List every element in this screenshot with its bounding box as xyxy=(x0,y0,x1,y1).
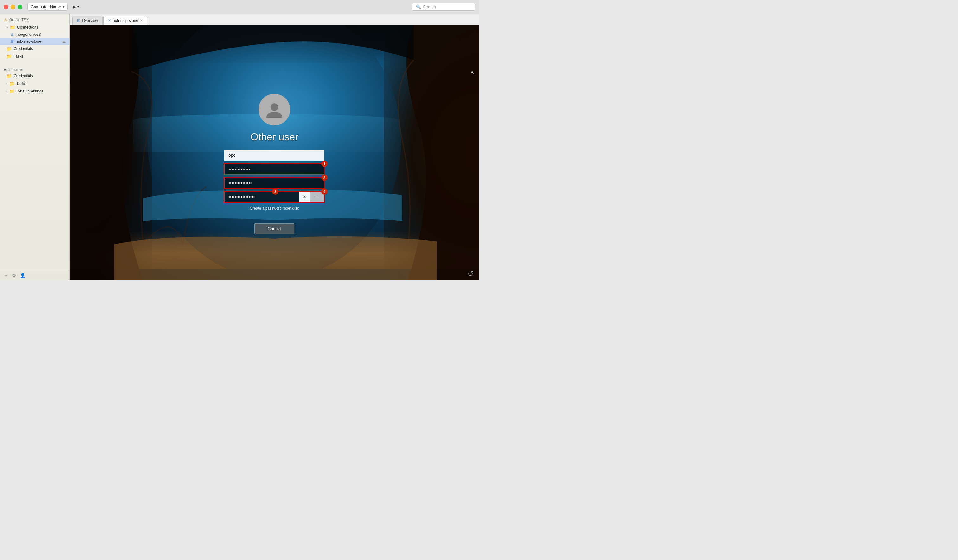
person-icon[interactable]: 👤 xyxy=(20,273,25,278)
tasks-chevron-icon: › xyxy=(6,82,7,85)
folder-icon: 📁 xyxy=(10,25,15,30)
sidebar-bottom-bar: ＋ ⚙ 👤 xyxy=(0,270,69,280)
arrow-right-icon: → xyxy=(315,194,320,200)
defaults-folder-icon: 📁 xyxy=(9,89,14,94)
chevron-down-icon: ▾ xyxy=(6,25,8,29)
svg-point-1 xyxy=(271,103,278,111)
login-panel: Other user 1 2 xyxy=(224,94,325,234)
traffic-lights xyxy=(4,5,22,9)
credentials-label: Credentials xyxy=(14,74,33,78)
reset-disk-link[interactable]: Create a password reset disk xyxy=(250,206,299,211)
play-button[interactable]: ▶ ▾ xyxy=(70,3,81,10)
password-input-3-wrap: 3 xyxy=(224,192,300,202)
remote-view: Other user 1 2 xyxy=(70,25,479,280)
credentials-top-label: Credentials xyxy=(14,46,33,51)
password-field-2-row: 2 xyxy=(224,177,325,189)
sidebar-section-application: Application 📁 Credentials › 📁 Tasks › 📁 … xyxy=(0,63,69,98)
search-placeholder: Search xyxy=(423,5,436,9)
sidebar-item-default-settings[interactable]: › 📁 Default Settings xyxy=(0,87,69,95)
progress-circle-icon[interactable]: ↺ xyxy=(468,270,475,278)
password-input-1[interactable] xyxy=(224,164,324,175)
password-field-3-row: 3 👁 → 4 xyxy=(224,191,325,203)
sidebar-item-tasks-top[interactable]: 📁 Tasks xyxy=(0,52,69,60)
server-active-icon: 🖥 xyxy=(10,39,14,44)
username-field-row xyxy=(224,149,325,161)
application-section-label: Application xyxy=(0,65,69,72)
sidebar: ⚠ Oracle TSX ▾ 📁 Connections 🖥 ihoogend-… xyxy=(0,14,70,280)
eject-icon: ⏏ xyxy=(62,40,65,44)
sidebar-item-connections[interactable]: ▾ 📁 Connections xyxy=(0,24,69,31)
computer-name-label: Computer Name xyxy=(31,5,61,9)
login-fields: 1 2 3 👁 xyxy=(224,149,325,203)
add-icon[interactable]: ＋ xyxy=(4,273,8,278)
search-bar[interactable]: 🔍 Search xyxy=(412,3,475,11)
user-avatar xyxy=(259,94,290,125)
cave-left-wall xyxy=(70,25,152,280)
annotation-badge-4: 4 xyxy=(321,189,328,195)
play-icon: ▶ xyxy=(73,5,76,9)
cave-top xyxy=(70,25,479,63)
password-input-3[interactable] xyxy=(224,192,300,202)
cred-folder-icon: 📁 xyxy=(6,73,12,79)
defaults-label: Default Settings xyxy=(16,89,43,94)
minimize-button[interactable] xyxy=(11,5,15,9)
title-bar: Computer Name ▾ ▶ ▾ 🔍 Search xyxy=(0,0,479,14)
sidebar-item-credentials[interactable]: 📁 Credentials xyxy=(0,72,69,80)
sidebar-item-oracle-tsx: ⚠ Oracle TSX xyxy=(0,16,69,24)
tab-bar: ⊞ Overview ✕ hub-step-stone ✕ xyxy=(70,14,479,25)
username-input[interactable] xyxy=(224,150,324,160)
sidebar-item-credentials-top[interactable]: 📁 Credentials xyxy=(0,45,69,52)
credentials-folder-icon: 📁 xyxy=(6,46,12,51)
tab-connection-icon: ✕ xyxy=(108,18,111,22)
ihoogend-label: ihoogend-vps3 xyxy=(16,32,41,37)
tasks-top-label: Tasks xyxy=(14,54,24,59)
warning-icon: ⚠ xyxy=(4,18,7,22)
main-area: ⊞ Overview ✕ hub-step-stone ✕ xyxy=(70,14,479,280)
tasks-label: Tasks xyxy=(16,81,26,86)
hub-step-stone-tab-label: hub-step-stone xyxy=(113,18,138,23)
grid-icon: ⊞ xyxy=(77,18,80,23)
cancel-button[interactable]: Cancel xyxy=(254,223,294,234)
annotation-badge-3: 3 xyxy=(272,189,278,195)
computer-name-dropdown[interactable]: Computer Name ▾ xyxy=(27,3,68,11)
tab-hub-step-stone[interactable]: ✕ hub-step-stone ✕ xyxy=(103,16,148,25)
user-avatar-icon xyxy=(265,100,284,119)
cave-right-wall xyxy=(384,25,479,280)
sidebar-item-hub-step-stone[interactable]: 🖥 hub-step-stone ⏏ xyxy=(0,38,69,45)
password-input-2[interactable] xyxy=(224,178,324,189)
overview-tab-label: Overview xyxy=(82,18,98,23)
oracle-tsx-label: Oracle TSX xyxy=(9,18,29,22)
tasks-folder2-icon: 📁 xyxy=(9,81,14,86)
annotation-badge-2: 2 xyxy=(321,175,328,181)
show-password-button[interactable]: 👁 xyxy=(300,192,310,202)
server-icon: 🖥 xyxy=(10,32,14,37)
password-field-1-row: 1 xyxy=(224,163,325,175)
connections-label: Connections xyxy=(17,25,38,29)
maximize-button[interactable] xyxy=(18,5,22,9)
tab-overview[interactable]: ⊞ Overview xyxy=(72,16,103,25)
hub-step-stone-label: hub-step-stone xyxy=(16,39,41,44)
tab-close-button[interactable]: ✕ xyxy=(140,19,143,22)
user-display-name: Other user xyxy=(250,131,298,143)
chevron-down-icon: ▾ xyxy=(63,5,64,8)
tasks-folder-icon: 📁 xyxy=(6,54,12,59)
sidebar-item-ihoogend-vps3[interactable]: 🖥 ihoogend-vps3 xyxy=(0,31,69,38)
play-dropdown-icon: ▾ xyxy=(77,5,79,8)
sidebar-item-tasks[interactable]: › 📁 Tasks xyxy=(0,80,69,87)
sidebar-section-connections: ⚠ Oracle TSX ▾ 📁 Connections 🖥 ihoogend-… xyxy=(0,14,69,63)
defaults-chevron-icon: › xyxy=(6,90,7,93)
app-layout: ⚠ Oracle TSX ▾ 📁 Connections 🖥 ihoogend-… xyxy=(0,14,479,280)
settings-icon[interactable]: ⚙ xyxy=(12,273,16,278)
search-icon: 🔍 xyxy=(416,5,421,9)
annotation-badge-1: 1 xyxy=(321,160,328,167)
close-button[interactable] xyxy=(4,5,8,9)
eye-icon: 👁 xyxy=(303,195,307,199)
